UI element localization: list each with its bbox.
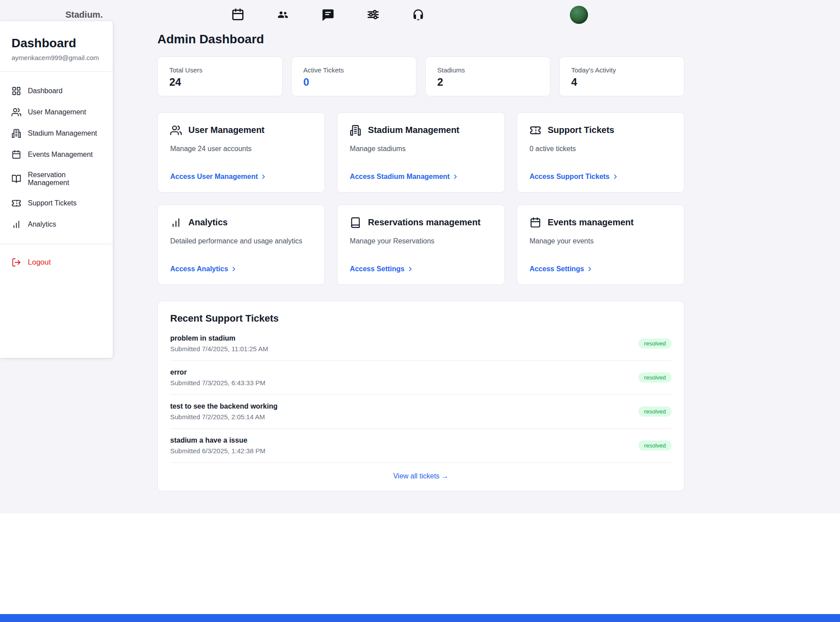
- stat-stadiums: Stadiums 2: [425, 57, 550, 96]
- card-title: Events management: [548, 217, 634, 228]
- sidebar-item-analytics[interactable]: Analytics: [0, 214, 113, 235]
- brand-logo: Stadium.: [65, 10, 103, 20]
- grid-icon: [11, 86, 21, 96]
- link-label: Access Stadium Management: [350, 173, 450, 181]
- card-analytics: Analytics Detailed performance and usage…: [157, 205, 325, 285]
- calendar-icon: [530, 217, 541, 228]
- logout-icon: [11, 258, 21, 267]
- admin-dashboard-screen: Stadium. Dashboard aymenkacem999@gmail.c…: [0, 0, 840, 622]
- card-description: Manage stadiums: [350, 145, 492, 153]
- user-avatar[interactable]: [570, 6, 588, 24]
- access-events-settings-link[interactable]: Access Settings: [530, 265, 594, 273]
- chevron-right-icon: [260, 173, 267, 180]
- bar-chart-icon: [11, 220, 21, 229]
- stat-total-users: Total Users 24: [157, 57, 283, 96]
- headset-icon[interactable]: [412, 8, 425, 21]
- card-description: 0 active tickets: [530, 145, 672, 153]
- stat-label: Stadiums: [437, 66, 538, 74]
- building-icon: [350, 125, 361, 136]
- sidebar-item-label: Dashboard: [28, 87, 62, 95]
- bar-chart-icon: [170, 217, 182, 228]
- view-all-tickets-row: View all tickets →: [170, 463, 672, 485]
- card-title: Reservations management: [368, 217, 481, 228]
- chevron-right-icon: [230, 265, 237, 273]
- ticket-icon: [530, 125, 541, 136]
- card-events-management: Events management Manage your events Acc…: [517, 205, 684, 285]
- sidebar-item-label: Support Tickets: [28, 199, 76, 207]
- sidebar-item-label: Stadium Management: [28, 129, 97, 137]
- group-icon[interactable]: [276, 8, 290, 21]
- footer-accent-bar: [0, 614, 840, 622]
- access-reservations-settings-link[interactable]: Access Settings: [350, 265, 414, 273]
- card-description: Manage your events: [530, 237, 672, 245]
- card-stadium-management: Stadium Management Manage stadiums Acces…: [337, 112, 504, 193]
- status-badge: resolved: [638, 372, 672, 383]
- access-stadium-management-link[interactable]: Access Stadium Management: [350, 173, 459, 181]
- stat-label: Today's Activity: [571, 66, 672, 74]
- stats-row: Total Users 24 Active Tickets 0 Stadiums…: [157, 57, 684, 96]
- sidebar-item-reservation-management[interactable]: Reservation Management: [0, 165, 113, 193]
- card-user-management: User Management Manage 24 user accounts …: [157, 112, 325, 193]
- divider: [0, 244, 113, 244]
- status-badge: resolved: [638, 440, 672, 451]
- card-support-tickets: Support Tickets 0 active tickets Access …: [517, 112, 684, 193]
- card-title: Analytics: [188, 217, 228, 228]
- ticket-row: problem in stadium Submitted 7/4/2025, 1…: [170, 327, 672, 361]
- sidebar-item-events-management[interactable]: Events Management: [0, 144, 113, 165]
- chat-icon[interactable]: [321, 8, 335, 21]
- sidebar: Dashboard aymenkacem999@gmail.com Dashbo…: [0, 21, 113, 358]
- sidebar-title: Dashboard: [11, 36, 101, 50]
- sidebar-item-label: Reservation Management: [28, 171, 101, 187]
- view-all-tickets-link[interactable]: View all tickets →: [393, 472, 448, 480]
- link-label: Access Settings: [350, 265, 405, 273]
- card-description: Detailed performance and usage analytics: [170, 237, 312, 245]
- ticket-submitted: Submitted 6/3/2025, 1:42:38 PM: [170, 447, 265, 455]
- link-label: Access Settings: [530, 265, 584, 273]
- ticket-icon: [11, 198, 21, 208]
- calendar-icon: [11, 150, 21, 159]
- link-label: Access Support Tickets: [530, 173, 610, 181]
- sidebar-header: Dashboard aymenkacem999@gmail.com: [0, 34, 113, 71]
- ticket-row: error Submitted 7/3/2025, 6:43:33 PM res…: [170, 361, 672, 395]
- page-title: Admin Dashboard: [157, 32, 684, 47]
- sidebar-item-support-tickets[interactable]: Support Tickets: [0, 193, 113, 214]
- topbar-icon-row: [231, 8, 425, 21]
- stat-label: Active Tickets: [303, 66, 405, 74]
- sidebar-item-user-management[interactable]: User Management: [0, 102, 113, 123]
- calendar-icon[interactable]: [231, 8, 244, 21]
- book-icon: [350, 217, 361, 228]
- link-label: Access Analytics: [170, 265, 228, 273]
- status-badge: resolved: [638, 406, 672, 417]
- card-reservations-management: Reservations management Manage your Rese…: [337, 205, 504, 285]
- book-icon: [11, 174, 21, 184]
- card-description: Manage 24 user accounts: [170, 145, 312, 153]
- ticket-row: stadium a have a issue Submitted 6/3/202…: [170, 429, 672, 463]
- stat-todays-activity: Today's Activity 4: [559, 57, 684, 96]
- ticket-title: test to see the backend working: [170, 402, 278, 410]
- stat-value: 0: [303, 76, 405, 88]
- access-support-tickets-link[interactable]: Access Support Tickets: [530, 173, 619, 181]
- card-title: Support Tickets: [548, 125, 615, 135]
- stat-active-tickets: Active Tickets 0: [291, 57, 416, 96]
- ticket-submitted: Submitted 7/2/2025, 2:05:14 AM: [170, 413, 278, 421]
- chevron-right-icon: [452, 173, 459, 180]
- users-icon: [170, 125, 182, 136]
- tune-icon[interactable]: [367, 8, 380, 21]
- link-label: Access User Management: [170, 173, 258, 181]
- sidebar-item-label: Events Management: [28, 151, 93, 159]
- status-badge: resolved: [638, 338, 672, 349]
- sidebar-menu: Dashboard User Management Stadium Manage…: [0, 79, 113, 237]
- divider: [0, 71, 113, 72]
- sidebar-item-stadium-management[interactable]: Stadium Management: [0, 123, 113, 144]
- stat-value: 2: [437, 76, 538, 88]
- logout-label: Logout: [28, 258, 51, 267]
- sidebar-item-dashboard[interactable]: Dashboard: [0, 80, 113, 102]
- logout-button[interactable]: Logout: [0, 251, 113, 273]
- access-analytics-link[interactable]: Access Analytics: [170, 265, 237, 273]
- ticket-title: problem in stadium: [170, 334, 268, 342]
- users-icon: [11, 107, 21, 117]
- main-content: Admin Dashboard Total Users 24 Active Ti…: [157, 32, 684, 491]
- recent-support-tickets-card: Recent Support Tickets problem in stadiu…: [157, 301, 684, 491]
- chevron-right-icon: [612, 173, 619, 180]
- access-user-management-link[interactable]: Access User Management: [170, 173, 267, 181]
